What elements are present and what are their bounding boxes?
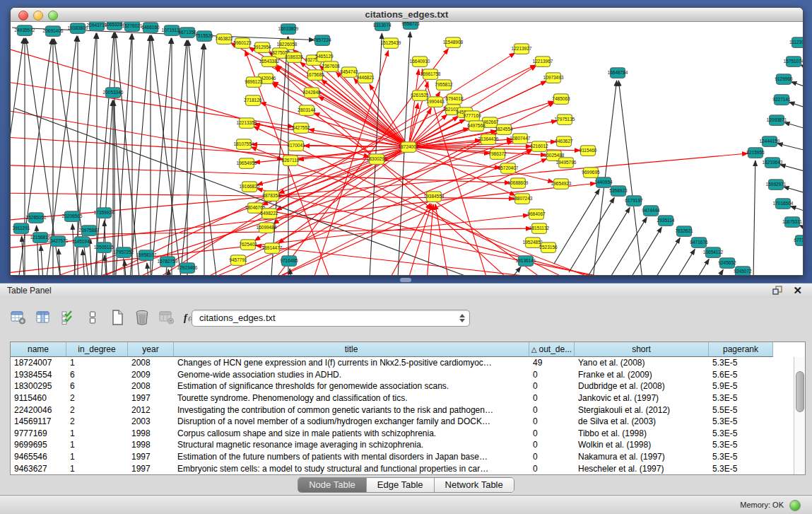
new-document-icon[interactable] xyxy=(109,309,126,326)
network-canvas[interactable]: 2493557220691406193838092094371910653287… xyxy=(11,22,803,275)
teal-node[interactable]: 9227141 xyxy=(772,95,791,105)
teal-node[interactable]: 17957252 xyxy=(114,247,134,258)
yellow-node[interactable]: 2718126 xyxy=(244,95,262,106)
teal-node[interactable]: 13427571 xyxy=(48,236,69,247)
yellow-node[interactable]: 1990443 xyxy=(426,97,445,107)
show-columns-icon[interactable] xyxy=(35,309,52,326)
close-panel-icon[interactable]: ✕ xyxy=(793,284,802,297)
table-row[interactable]: 946362711997Embryonic stem cells: a mode… xyxy=(11,462,805,474)
yellow-node[interactable]: 6794018 xyxy=(445,94,464,105)
yellow-node[interactable]: 12213967 xyxy=(533,57,553,67)
teal-node[interactable]: 15276021 xyxy=(122,22,143,31)
tab-network-table[interactable]: Network Table xyxy=(435,478,514,492)
table-row[interactable]: 946554611997Estimation of the future num… xyxy=(11,451,805,463)
splitter-grip[interactable] xyxy=(400,278,411,282)
teal-node[interactable]: 9129966 xyxy=(775,74,793,85)
teal-node[interactable]: 11451944 xyxy=(72,237,93,247)
teal-node[interactable]: 11123041 xyxy=(789,37,803,48)
table-selector[interactable]: citations_edges.txt xyxy=(192,310,470,327)
yellow-node[interactable]: 2523156 xyxy=(539,243,558,253)
select-all-icon[interactable] xyxy=(59,309,76,326)
table-row[interactable]: 1830029562008Estimation of significance … xyxy=(11,380,805,392)
teal-node[interactable]: 7857224 xyxy=(313,35,331,46)
memory-status-led[interactable] xyxy=(789,500,801,511)
yellow-node[interactable]: 3912954 xyxy=(253,42,271,53)
column-header-name[interactable]: name xyxy=(11,342,66,357)
yellow-node[interactable]: 8878354 xyxy=(262,191,281,201)
column-header-short[interactable]: short xyxy=(575,342,709,357)
teal-node[interactable]: 19136141 xyxy=(516,256,536,267)
yellow-node[interactable]: 9457791 xyxy=(229,255,247,266)
yellow-node[interactable]: 6497568 xyxy=(467,121,486,132)
column-header-title[interactable]: title xyxy=(174,342,529,357)
teal-node[interactable]: 8471676 xyxy=(690,238,708,248)
table-row[interactable]: 1456911722003Disruption of a novel membe… xyxy=(11,416,805,428)
teal-node[interactable]: 20206565 xyxy=(62,211,83,222)
teal-node[interactable]: 12505115 xyxy=(94,243,114,253)
yellow-node[interactable]: 19654955 xyxy=(237,158,257,169)
table-row[interactable]: 911546021997Tourette syndrome. Phenomeno… xyxy=(11,392,805,404)
yellow-node[interactable]: 7485063 xyxy=(552,94,570,105)
teal-node[interactable]: 8215955 xyxy=(746,148,765,158)
yellow-node[interactable]: 12213353 xyxy=(237,118,257,129)
float-panel-icon[interactable] xyxy=(772,286,784,296)
yellow-node[interactable]: 8427552 xyxy=(292,123,310,134)
yellow-node[interactable]: 8267110 xyxy=(282,156,300,166)
teal-node[interactable]: 9474444 xyxy=(642,206,660,216)
column-header-year[interactable]: year xyxy=(128,342,174,357)
yellow-node[interactable]: 9684067 xyxy=(527,209,546,220)
teal-node[interactable]: 17359924 xyxy=(94,208,114,218)
teal-node[interactable]: 6466160 xyxy=(141,23,160,33)
yellow-node[interactable]: 9446821 xyxy=(356,73,375,83)
yellow-node[interactable]: 5960123 xyxy=(233,38,252,49)
yellow-node[interactable]: 21364436 xyxy=(478,134,499,145)
yellow-node[interactable]: 9777169 xyxy=(463,111,481,122)
column-header-pagerank[interactable]: pagerank xyxy=(709,342,773,357)
teal-node[interactable]: 1440954 xyxy=(594,177,613,187)
tab-node-table[interactable]: Node Table xyxy=(298,478,367,492)
window-titlebar[interactable]: citations_edges.txt xyxy=(11,8,803,22)
yellow-node[interactable]: 7463822 xyxy=(215,34,233,45)
yellow-node[interactable]: 19654923 xyxy=(551,179,572,189)
yellow-node[interactable]: 19384554 xyxy=(424,192,445,202)
teal-node[interactable]: 20975887 xyxy=(79,226,100,236)
yellow-node[interactable]: 9115460 xyxy=(579,146,597,156)
teal-node[interactable]: 10654112 xyxy=(703,247,724,258)
yellow-node[interactable]: 9242848 xyxy=(302,88,321,98)
table-row[interactable]: 2242004622012Investigating the contribut… xyxy=(11,404,805,416)
teal-node[interactable]: 17016504 xyxy=(773,199,794,209)
yellow-node[interactable]: 18724007 xyxy=(399,142,419,153)
table-row[interactable]: 1938455462009Genome-wide association stu… xyxy=(11,369,805,381)
yellow-node[interactable]: 18300295 xyxy=(367,154,387,165)
unselect-all-icon[interactable] xyxy=(84,309,101,326)
yellow-node[interactable]: 6216012 xyxy=(530,141,548,152)
yellow-node[interactable]: 9463627 xyxy=(555,136,573,147)
yellow-node[interactable]: 12213927 xyxy=(512,44,532,54)
teal-node[interactable]: 11675311 xyxy=(782,217,802,228)
yellow-node[interactable]: 1675685 xyxy=(306,70,324,81)
teal-node[interactable]: 16648784 xyxy=(608,68,628,78)
yellow-node[interactable]: 15125439 xyxy=(381,38,401,49)
yellow-node[interactable]: 18151132 xyxy=(529,223,550,234)
yellow-node[interactable]: 10688609 xyxy=(508,178,529,188)
teal-node[interactable]: 7515526 xyxy=(195,31,213,42)
teal-node[interactable]: 20691406 xyxy=(43,26,64,37)
yellow-node[interactable]: 9896123 xyxy=(245,77,263,88)
teal-node[interactable]: 16033809 xyxy=(278,24,299,35)
yellow-node[interactable]: 16961758 xyxy=(420,69,441,80)
table-row[interactable]: 1872400712008Changes of HCN gene express… xyxy=(11,357,805,369)
yellow-node[interactable]: 8454743 xyxy=(340,67,358,78)
teal-node[interactable]: 6179197 xyxy=(625,196,643,206)
yellow-node[interactable]: 17975135 xyxy=(555,115,575,125)
teal-node[interactable]: 20053346 xyxy=(103,88,124,98)
scrollbar-thumb[interactable] xyxy=(796,371,804,412)
teal-node[interactable]: 8313074 xyxy=(373,22,392,30)
teal-node[interactable]: 9245072 xyxy=(734,267,752,275)
teal-node[interactable]: 12923466 xyxy=(177,263,198,274)
yellow-node[interactable]: 11548908 xyxy=(443,37,464,48)
teal-node[interactable]: 16782759 xyxy=(158,257,178,267)
teal-node[interactable]: 3911291 xyxy=(13,223,30,234)
teal-node[interactable]: 25285051 xyxy=(26,213,47,223)
teal-node[interactable]: 9716485 xyxy=(280,256,298,267)
teal-node[interactable]: 24935572 xyxy=(15,25,35,36)
